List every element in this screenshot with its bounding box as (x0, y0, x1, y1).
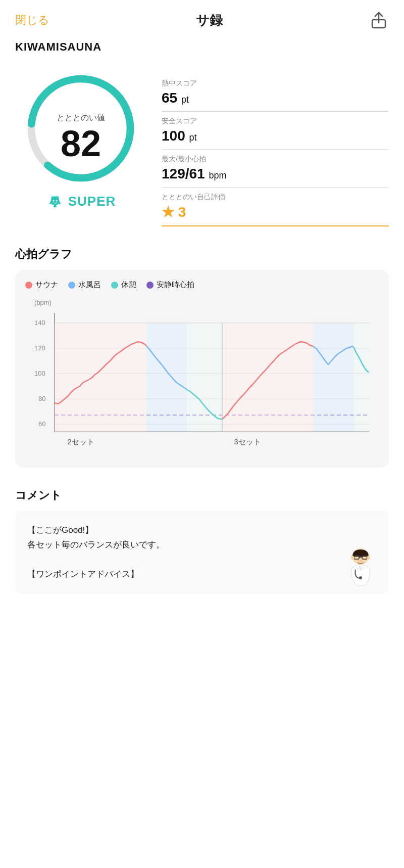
stat-value-safety: 100 pt (162, 128, 389, 144)
svg-text:3セット: 3セット (234, 437, 261, 446)
ring-value: 82 (57, 125, 105, 162)
comment-title: コメント (15, 488, 389, 503)
comment-card: 【ここがGood!】 各セット毎のバランスが良いです。 【ワンポイントアドバイス… (15, 511, 389, 594)
svg-point-39 (367, 556, 370, 560)
brand-section: KIWAMISAUNA (0, 35, 404, 64)
stat-label-heartrate: 最大/最小心拍 (162, 155, 389, 164)
stat-item-heartrate: 最大/最小心拍 129/61 bpm (162, 150, 389, 188)
legend-dot-sauna (25, 282, 32, 289)
svg-text:140: 140 (34, 319, 45, 327)
graph-area: (bpm) 140 120 100 80 60 (25, 298, 379, 460)
stat-value-enthusiasm: 65 pt (162, 90, 389, 106)
legend-label-sauna: サウナ (35, 280, 58, 290)
svg-text:60: 60 (38, 420, 45, 428)
stats-panel: 熱中スコア 65 pt 安全スコア 100 pt 最大/最小心拍 129/61 … (162, 69, 389, 226)
comment-text: 【ここがGood!】 各セット毎のバランスが良いです。 【ワンポイントアドバイス… (27, 523, 348, 582)
svg-point-6 (53, 200, 54, 202)
stat-label-enthusiasm: 熱中スコア (162, 79, 389, 88)
stat-value-selfeval: ★ 3 (162, 204, 389, 220)
brand-name: KIWAMISAUNA (15, 40, 102, 53)
stat-item-safety: 安全スコア 100 pt (162, 112, 389, 150)
badge-text: SUPER (68, 194, 116, 209)
score-section: とととのい値 82 SUPER 熱中スコア 65 pt 安全スコア (0, 64, 404, 237)
stat-value-heartrate: 129/61 bpm (162, 166, 389, 182)
svg-point-38 (351, 556, 354, 560)
svg-rect-27 (222, 323, 313, 432)
svg-point-5 (54, 205, 57, 208)
ring-badge: SUPER (46, 192, 116, 210)
ring-label: とととのい値 (57, 113, 105, 123)
svg-rect-25 (146, 323, 187, 432)
bell-icon (46, 192, 64, 210)
svg-text:(bpm): (bpm) (34, 299, 52, 306)
svg-rect-24 (55, 323, 146, 432)
heart-rate-graph: (bpm) 140 120 100 80 60 (25, 298, 379, 460)
stat-item-enthusiasm: 熱中スコア 65 pt (162, 74, 389, 112)
svg-point-37 (359, 576, 362, 579)
legend-sauna: サウナ (25, 280, 58, 290)
graph-title: 心拍グラフ (15, 247, 389, 262)
score-ring-container: とととのい値 82 SUPER (10, 69, 152, 210)
legend-dot-cold (68, 282, 75, 289)
legend-rest: 休憩 (111, 280, 136, 290)
graph-section: 心拍グラフ サウナ 水風呂 休憩 安静時心拍 (0, 237, 404, 478)
page-title: サ録 (196, 12, 223, 29)
svg-text:120: 120 (34, 344, 45, 352)
legend-dot-rest (111, 282, 118, 289)
legend-label-rest: 休憩 (121, 280, 136, 290)
legend-resting-hr: 安静時心拍 (146, 280, 194, 290)
stat-label-selfeval: とととのい自己評価 (162, 193, 389, 202)
svg-text:100: 100 (34, 370, 45, 377)
doctor-avatar (340, 545, 381, 586)
legend-label-cold: 水風呂 (78, 280, 101, 290)
graph-card: サウナ 水風呂 休憩 安静時心拍 (bpm) 140 120 100 (15, 270, 389, 468)
svg-text:2セット: 2セット (67, 437, 94, 446)
svg-point-7 (56, 200, 57, 202)
close-button[interactable]: 閉じる (15, 13, 49, 28)
legend-label-resting-hr: 安静時心拍 (157, 280, 194, 290)
stat-label-safety: 安全スコア (162, 117, 389, 126)
legend-cold: 水風呂 (68, 280, 101, 290)
graph-legend: サウナ 水風呂 休憩 安静時心拍 (25, 280, 379, 290)
svg-rect-29 (354, 323, 370, 432)
svg-rect-28 (313, 323, 354, 432)
header: 閉じる サ録 (0, 0, 404, 35)
comment-section: コメント 【ここがGood!】 各セット毎のバランスが良いです。 【ワンポイント… (0, 478, 404, 604)
legend-dot-resting-hr (146, 282, 154, 289)
stat-item-selfeval: とととのい自己評価 ★ 3 (162, 188, 389, 226)
svg-rect-26 (187, 323, 222, 432)
svg-point-36 (360, 560, 362, 561)
share-button[interactable] (369, 10, 389, 30)
svg-text:80: 80 (38, 395, 45, 402)
ring-center: とととのい値 82 (57, 113, 105, 162)
